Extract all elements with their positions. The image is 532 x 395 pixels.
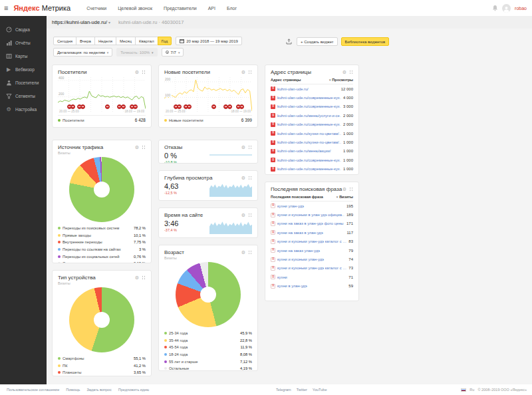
widget-drag-handle-icon[interactable] [248,250,252,255]
widget-new-visitors: Новые посетители ⚙ 20.03 — 25.03 18.03 —… [158,65,258,128]
site-favicon: Я [271,86,275,91]
annotation-marker-icon[interactable] [227,104,232,109]
period-quarter[interactable]: Квартал [135,37,158,45]
page-url-link[interactable]: kuhni-ulan-ude.ru/современные-кух… [277,104,341,108]
search-phrase-link[interactable]: кухни и кухоньки улан-удэ [277,257,346,261]
sidebar-item-segments[interactable]: Сегменты [0,89,47,102]
widget-settings-icon[interactable]: ⚙ [342,187,346,192]
annotation-marker-icon[interactable] [211,104,216,109]
traffic-source-donut-chart [69,157,134,222]
nav-target-call[interactable]: Целевой звонок [118,6,152,11]
sidebar-item-settings[interactable]: ⚙ Настройка [0,102,47,116]
language-switcher[interactable]: Ru [469,388,474,392]
annotation-marker-icon[interactable] [121,104,126,109]
footer-ask-question[interactable]: Задать вопрос [86,388,111,392]
search-phrase-link[interactable]: кухни в улан-удэ [277,284,346,288]
page-url-link[interactable]: kuhni-ulan-ude.ru/современные-кух… [277,122,341,126]
annotation-marker-icon[interactable] [105,104,110,109]
goals-dropdown[interactable]: 7/7▾ [162,48,184,57]
footer-help[interactable]: Помощь [66,388,80,392]
avatar[interactable] [502,4,511,13]
device-legend: Смартфоны 55,1 % ПК 41,2 % Планшеты 3,65… [58,355,146,376]
widget-settings-icon[interactable]: ⚙ [342,70,346,74]
annotation-marker-icon[interactable] [80,104,85,109]
search-phrase-link[interactable]: кухни на заказ в улан-удэ [277,231,344,235]
page-url-link[interactable]: kuhni-ulan-ude.ru/современные-кух… [277,167,341,171]
search-engine-icon: Я [271,230,275,235]
widget-drag-handle-icon[interactable] [142,145,146,150]
search-phrase-link[interactable]: кухни [277,275,346,279]
widget-drag-handle-icon[interactable] [349,70,353,74]
widget-drag-handle-icon[interactable] [248,213,252,217]
period-month[interactable]: Месяц [116,37,136,45]
search-phrase-link[interactable]: кухни на заказ в улан-удэ фото цены [277,221,344,225]
share-export-button[interactable] [285,37,293,47]
sidebar-item-reports[interactable]: Отчёты [0,36,47,49]
date-range-button[interactable]: 20 мар 2018 — 19 мар 2019 [176,37,242,45]
widget-settings-icon[interactable]: ⚙ [241,250,245,255]
widget-drag-handle-icon[interactable] [349,187,353,192]
widget-settings-icon[interactable]: ⚙ [135,70,139,74]
create-widget-button[interactable]: + Создать виджет [297,37,338,46]
page-url-link[interactable]: kuhni-ulan-ude.ru/кухни-по-цветам/… [277,140,341,144]
widget-page-url: Адрес страницы ⚙ Адрес страницы ▼Просмот… [265,65,359,175]
footer-telegram[interactable]: Telegram [276,388,291,392]
page-url-link[interactable]: kuhni-ulan-ude.ru/современные-кух… [277,96,341,100]
period-today[interactable]: Сегодня [53,37,76,45]
widget-settings-icon[interactable]: ⚙ [241,176,245,180]
nav-representatives[interactable]: Представители [164,6,197,11]
widget-drag-handle-icon[interactable] [248,70,252,74]
x-axis-start-label: 20.03 — 25.03 [166,110,186,113]
sidebar-item-summary[interactable]: Сводка [0,23,47,36]
widget-settings-icon[interactable]: ⚙ [135,145,139,150]
search-phrase-link[interactable]: кухни и кухоньки улан-удэ каталог с … [277,266,346,270]
site-url-dropdown[interactable]: https://kuhni-ulan-ude.ru/ [52,19,107,25]
detail-dropdown[interactable]: Детализация: по неделям▾ [53,48,112,57]
period-week[interactable]: Неделя [94,37,116,45]
hamburger-menu-icon[interactable]: ≡ [4,4,8,12]
nav-api[interactable]: API [208,6,215,11]
footer-youtube[interactable]: YouTube [313,388,327,392]
widget-title: Источник трафика [58,144,103,150]
widget-drag-handle-icon[interactable] [248,145,252,150]
legend-dot [164,119,167,122]
page-url-link[interactable]: kuhni-ulan-ude.ru/меню/услуги-и-се… [277,114,341,118]
footer-terms[interactable]: Пользовательское соглашение [7,388,59,392]
table-row: Я кухни на заказ в улан-удэ 117 [271,228,353,237]
search-phrase-link[interactable]: кухни и кухоньки улан-удэ каталог с … [277,239,346,243]
nav-blog[interactable]: Блог [227,6,237,11]
nav-counters[interactable]: Счетчики [86,6,106,11]
widget-settings-icon[interactable]: ⚙ [241,213,245,217]
footer-twitter[interactable]: Twitter [297,388,307,392]
page-url-link[interactable]: kuhni-ulan-ude.ru/ [277,87,339,91]
username[interactable]: robao [515,6,527,11]
widget-settings-icon[interactable]: ⚙ [135,275,139,280]
column-header-url[interactable]: Адрес страницы [271,78,301,82]
yandex-metrika-logo[interactable]: Яндекс Метрика [13,4,70,12]
column-header-views[interactable]: ▼Просмотры [329,78,353,82]
widget-title: Последняя поисковая фраза [271,186,342,192]
page-url-link[interactable]: kuhni-ulan-ude.ru/меню/акции/ [277,149,341,153]
widget-settings-icon[interactable]: ⚙ [241,70,245,74]
search-phrase-link[interactable]: кухни на заказ улан-удэ [277,249,346,253]
page-url-link[interactable]: kuhni-ulan-ude.ru/кухни-по-цветам/… [277,132,341,136]
search-phrase-link[interactable]: кухни улан-удэ [277,204,344,208]
widget-drag-handle-icon[interactable] [248,176,252,180]
widget-library-button[interactable]: Библиотека виджетов [341,37,390,46]
footer-suggest-idea[interactable]: Предложить идею [118,388,150,392]
column-header-visits[interactable]: ▼Визиты [336,195,353,199]
period-yesterday[interactable]: Вчера [76,37,95,45]
widget-settings-icon[interactable]: ⚙ [241,145,245,150]
annotation-marker-icon[interactable] [187,104,192,109]
widget-drag-handle-icon[interactable] [142,275,146,280]
sidebar-item-maps[interactable]: Карты [0,49,47,63]
period-year[interactable]: Год [158,37,172,45]
column-header-phrase[interactable]: Последняя поисковая фраза [271,195,323,199]
search-phrase-link[interactable]: кухни и кухоньки в улан удэ официа… [277,213,344,217]
sidebar-item-visitors[interactable]: Посетители [0,76,47,89]
widget-drag-handle-icon[interactable] [142,70,146,74]
accuracy-dropdown[interactable]: Точность: 100%▾ [116,48,157,57]
sidebar-item-webvisor[interactable]: ▶ Вебвизор [0,63,47,76]
notification-bell-icon[interactable] [492,5,498,11]
page-url-link[interactable]: kuhni-ulan-ude.ru/современные-кух… [277,158,341,162]
